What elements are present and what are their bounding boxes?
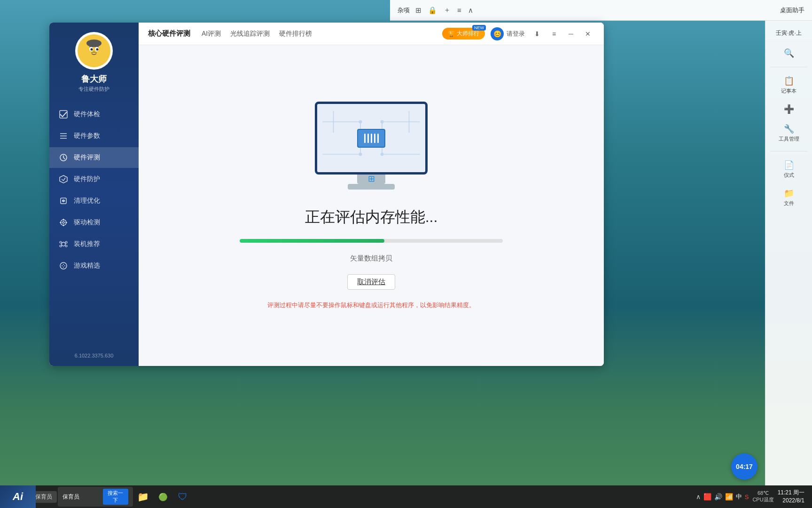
sidebar-item-clean[interactable]: 清理优化 (49, 190, 139, 211)
search-input[interactable] (62, 493, 100, 500)
tray-sougou-icon[interactable]: S (745, 493, 749, 500)
app-logo-subtitle: 专注硬件防护 (78, 86, 109, 93)
sidebar-item-eval-label: 硬件评测 (74, 153, 100, 162)
svg-point-45 (381, 153, 384, 156)
app-main: 核心硬件评测 AI评测 光线追踪评测 硬件排行榜 🏆 大师排行 NEW 😊 请登… (139, 23, 604, 366)
sidebar-item-install-label: 装机推荐 (74, 240, 100, 248)
topbar-menu-icon[interactable]: ≡ (457, 6, 461, 14)
sidebar-item-games[interactable]: 游戏精选 (49, 255, 139, 276)
topbar-grid-icon[interactable]: ⊞ (415, 6, 422, 15)
svg-point-7 (93, 50, 95, 52)
tray-network-icon[interactable]: 📶 (725, 493, 733, 500)
topbar-up-icon[interactable]: ∧ (468, 6, 473, 15)
login-label: 请登录 (507, 30, 525, 38)
taskbar: ⊞ e 保育员 搜索一下 📁 🟢 🛡 ∧ 🟥 🔊 📶 中 (0, 485, 812, 508)
login-avatar-icon: 😊 (493, 30, 501, 38)
app-sidebar: 鲁大师 专注硬件防护 硬件体检 (49, 23, 139, 366)
tray-volume-icon[interactable]: 🔊 (714, 493, 722, 500)
ranking-badge-label: 大师排行 (457, 30, 479, 38)
cancel-button[interactable]: 取消评估 (347, 274, 395, 290)
taskbar-search[interactable]: 搜索一下 (58, 487, 133, 507)
ie-label: 保育员 (35, 493, 52, 501)
protect-icon (59, 175, 68, 184)
taskbar-folder[interactable]: 📁 (134, 487, 153, 506)
right-panel-search[interactable]: 🔍 (770, 45, 808, 61)
taskbar-shield[interactable]: 🛡 (173, 487, 192, 506)
status-text: 正在评估内存性能... (305, 207, 438, 228)
chip-lines (364, 134, 379, 143)
right-panel: 壬寅·虎·上 🔍 📋 记事本 ➕ 🔧 工具管理 📄 仪式 📁 文件 (765, 21, 812, 485)
style-icon: 📄 (784, 160, 794, 170)
right-panel-file[interactable]: 📁 文件 (770, 185, 808, 210)
app-title: 核心硬件评测 (148, 29, 190, 38)
monitor-chip (357, 129, 385, 148)
tab-ray[interactable]: 光线追踪评测 (230, 28, 270, 40)
clean-icon (59, 196, 68, 206)
divider-2 (770, 151, 807, 151)
sidebar-item-protect[interactable]: 硬件防护 (49, 169, 139, 190)
tab-rank[interactable]: 硬件排行榜 (279, 28, 312, 40)
sidebar-item-driver[interactable]: 驱动检测 (49, 212, 139, 233)
ai-button[interactable]: Ai (0, 485, 36, 508)
right-panel-style[interactable]: 📄 仪式 (770, 157, 808, 182)
sidebar-item-protect-label: 硬件防护 (74, 175, 100, 183)
topbar-plus-icon[interactable]: ＋ (444, 6, 451, 15)
sidebar-item-eval[interactable]: 硬件评测 (49, 147, 139, 168)
app-window: 鲁大师 专注硬件防护 硬件体检 (49, 23, 604, 366)
svg-point-22 (62, 242, 65, 246)
clock-time-display: 11:21 周一 (778, 489, 804, 497)
search-button[interactable]: 搜索一下 (103, 489, 128, 505)
params-icon (59, 131, 68, 141)
tray-arrow-icon[interactable]: ∧ (696, 493, 701, 500)
eval-icon (59, 153, 68, 162)
warning-text: 评测过程中请尽量不要操作鼠标和键盘或运行其他程序，以免影响结果精度。 (267, 301, 475, 310)
browser-icon: 🟢 (158, 492, 168, 501)
tab-ai[interactable]: AI评测 (202, 28, 221, 40)
tray-red-icon[interactable]: 🟥 (703, 493, 711, 500)
menu-button[interactable]: ≡ (547, 27, 561, 40)
tools-label: 工具管理 (779, 135, 799, 143)
progress-bar-background (240, 239, 503, 243)
temp-value: 68℃ (752, 490, 773, 496)
app-version: 6.1022.3375.630 (75, 353, 114, 366)
ranking-badge[interactable]: 🏆 大师排行 NEW (442, 28, 485, 40)
svg-point-30 (63, 264, 64, 265)
tools-icon: 🔧 (784, 124, 794, 134)
folder-icon: 📁 (137, 491, 149, 502)
svg-point-42 (359, 120, 362, 124)
temp-label: CPU温度 (752, 496, 773, 503)
login-button[interactable]: 😊 请登录 (491, 27, 525, 40)
minimize-button[interactable]: ─ (564, 27, 578, 40)
topbar-right: 桌面助手 (780, 6, 812, 15)
file-icon: 📁 (784, 188, 794, 198)
top-bar: 杂项 ⊞ 🔒 ＋ ≡ ∧ 桌面助手 (390, 0, 812, 21)
sidebar-item-check[interactable]: 硬件体检 (49, 104, 139, 125)
chip-line-1 (364, 134, 366, 143)
sidebar-item-params[interactable]: 硬件参数 (49, 126, 139, 146)
login-avatar: 😊 (491, 27, 504, 40)
taskbar-browser[interactable]: 🟢 (154, 487, 172, 506)
windows-logo: ⊞ (368, 174, 375, 184)
app-logo (75, 32, 113, 70)
divider-1 (770, 67, 807, 67)
right-panel-tools[interactable]: 🔧 工具管理 (770, 121, 808, 145)
svg-point-27 (60, 262, 67, 269)
right-panel-notebook[interactable]: 📋 记事本 (770, 73, 808, 97)
svg-point-44 (359, 153, 362, 156)
download-button[interactable]: ⬇ (531, 27, 544, 40)
logo-face (78, 34, 110, 67)
tray-input-icon[interactable]: 中 (736, 492, 742, 501)
topbar-lock-icon[interactable]: 🔒 (428, 6, 437, 15)
titlebar-controls: ⬇ ≡ ─ ✕ (531, 27, 594, 40)
ranking-badge-icon: 🏆 (448, 31, 455, 37)
file-label: 文件 (784, 200, 794, 207)
svg-point-5 (90, 48, 93, 50)
sidebar-item-install[interactable]: 装机推荐 (49, 234, 139, 254)
svg-point-2 (86, 40, 102, 47)
sidebar-nav: 硬件体检 硬件参数 硬 (49, 104, 139, 276)
style-label: 仪式 (784, 172, 794, 179)
right-panel-plus[interactable]: ➕ (770, 101, 808, 117)
close-button[interactable]: ✕ (581, 27, 594, 40)
tray-temps: 68℃ CPU温度 (752, 490, 773, 503)
taskbar-right: ∧ 🟥 🔊 📶 中 S 68℃ CPU温度 11:21 周一 2022/8/1 (696, 489, 808, 505)
